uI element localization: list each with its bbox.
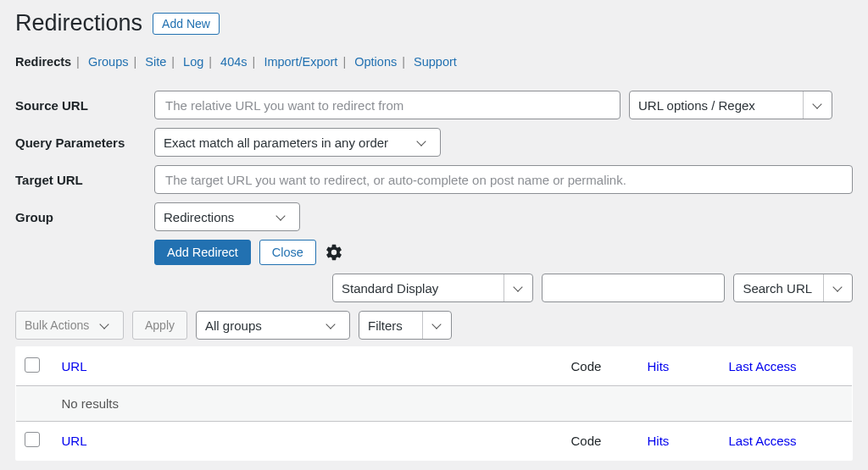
col-last-footer[interactable]: Last Access [729, 434, 797, 448]
subnav-site[interactable]: Site [145, 55, 166, 69]
display-mode-value: Standard Display [342, 281, 497, 296]
url-options-select[interactable]: URL options / Regex [629, 91, 832, 119]
target-url-label: Target URL [15, 173, 154, 187]
table-empty-row: No results [16, 386, 853, 422]
chevron-down-icon [823, 274, 843, 301]
chevron-down-icon [411, 129, 431, 156]
subnav-log[interactable]: Log [183, 55, 203, 69]
apply-button[interactable]: Apply [132, 311, 187, 340]
chevron-down-icon [803, 91, 823, 119]
chevron-down-icon [270, 203, 291, 230]
subnav-404s[interactable]: 404s [220, 55, 247, 69]
subnav-options[interactable]: Options [354, 55, 397, 69]
subnav: Redirects| Groups| Site| Log| 404s| Impo… [15, 55, 853, 69]
col-url-header[interactable]: URL [62, 359, 87, 373]
col-last-header[interactable]: Last Access [729, 359, 797, 373]
query-parameters-select[interactable]: Exact match all parameters in any order [154, 128, 441, 157]
display-mode-select[interactable]: Standard Display [332, 274, 533, 302]
gear-icon[interactable] [325, 243, 343, 262]
group-value: Redirections [164, 210, 270, 224]
url-options-label: URL options / Regex [638, 98, 796, 113]
bulk-actions-label: Bulk Actions [25, 318, 89, 332]
col-code-header: Code [563, 347, 639, 386]
add-redirect-button[interactable]: Add Redirect [154, 240, 251, 265]
select-all-bottom-checkbox[interactable] [25, 432, 40, 447]
subnav-redirects[interactable]: Redirects [15, 55, 71, 69]
subnav-support[interactable]: Support [414, 55, 457, 69]
chevron-down-icon [422, 312, 442, 339]
col-url-footer[interactable]: URL [62, 434, 87, 448]
target-url-input[interactable] [154, 165, 853, 194]
group-select[interactable]: Redirections [154, 202, 300, 231]
group-filter-value: All groups [205, 318, 320, 333]
select-all-top-checkbox[interactable] [25, 357, 40, 373]
table-search-input[interactable] [542, 274, 725, 302]
subnav-import-export[interactable]: Import/Export [264, 55, 337, 69]
table-empty-text: No results [53, 386, 853, 422]
group-filter-select[interactable]: All groups [196, 311, 350, 340]
query-parameters-value: Exact match all parameters in any order [164, 135, 411, 150]
col-hits-footer[interactable]: Hits [648, 434, 670, 448]
page-title: Redirections [15, 8, 142, 38]
search-mode-select[interactable]: Search URL [733, 274, 853, 302]
search-mode-value: Search URL [743, 281, 816, 296]
chevron-down-icon [504, 274, 524, 301]
group-label: Group [15, 210, 154, 224]
col-code-footer: Code [563, 422, 639, 461]
close-button[interactable]: Close [259, 240, 316, 265]
subnav-groups[interactable]: Groups [88, 55, 129, 69]
add-new-button[interactable]: Add New [153, 13, 220, 35]
redirects-table: URL Code Hits Last Access No results URL… [15, 346, 853, 461]
bulk-actions-select[interactable]: Bulk Actions [15, 311, 124, 340]
query-parameters-label: Query Parameters [15, 135, 154, 150]
chevron-down-icon [94, 312, 114, 339]
chevron-down-icon [320, 312, 341, 339]
col-hits-header[interactable]: Hits [648, 359, 670, 373]
source-url-input[interactable] [154, 91, 620, 119]
filters-label: Filters [368, 318, 415, 333]
source-url-label: Source URL [15, 98, 154, 113]
filters-select[interactable]: Filters [359, 311, 452, 340]
